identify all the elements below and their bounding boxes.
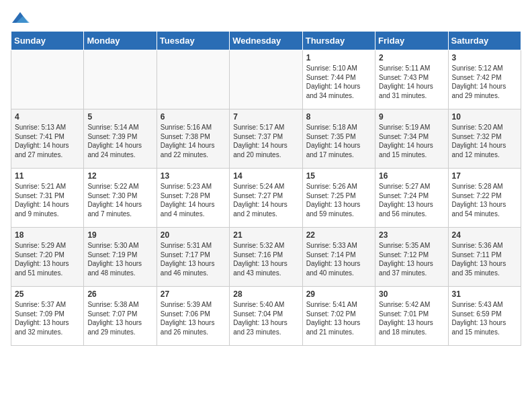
- day-number: 18: [15, 230, 80, 240]
- day-info-line: Sunset: 7:06 PM: [161, 310, 226, 319]
- day-header-wednesday: Wednesday: [230, 32, 302, 50]
- day-info-line: Sunset: 7:22 PM: [452, 191, 517, 201]
- day-info-line: Daylight: 13 hours: [87, 318, 152, 328]
- calendar-cell: 18Sunrise: 5:29 AMSunset: 7:20 PMDayligh…: [11, 228, 84, 287]
- day-info-line: Sunrise: 5:11 AM: [379, 64, 444, 73]
- calendar-cell: 19Sunrise: 5:30 AMSunset: 7:19 PMDayligh…: [84, 228, 157, 287]
- day-info-line: and 17 minutes.: [306, 150, 371, 160]
- calendar-cell: 5Sunrise: 5:14 AMSunset: 7:39 PMDaylight…: [84, 109, 157, 169]
- day-info-line: Daylight: 13 hours: [452, 259, 517, 269]
- day-info-line: Daylight: 13 hours: [87, 259, 152, 269]
- calendar-cell: 8Sunrise: 5:18 AMSunset: 7:35 PMDaylight…: [302, 109, 375, 169]
- day-info-line: and 56 minutes.: [379, 210, 444, 219]
- day-info-line: Daylight: 13 hours: [233, 318, 298, 328]
- day-number: 21: [233, 230, 298, 240]
- day-number: 5: [87, 112, 152, 122]
- page-header: [11, 11, 521, 26]
- day-number: 9: [379, 112, 444, 122]
- calendar-cell: 10Sunrise: 5:20 AMSunset: 7:32 PMDayligh…: [448, 109, 521, 169]
- day-info-line: Sunset: 7:17 PM: [161, 250, 226, 260]
- calendar-cell: 23Sunrise: 5:35 AMSunset: 7:12 PMDayligh…: [375, 228, 448, 287]
- calendar-cell: 20Sunrise: 5:31 AMSunset: 7:17 PMDayligh…: [157, 228, 229, 287]
- calendar-cell: 16Sunrise: 5:27 AMSunset: 7:24 PMDayligh…: [375, 169, 448, 228]
- day-info-line: Sunset: 7:43 PM: [379, 73, 444, 83]
- day-info-line: Sunrise: 5:21 AM: [15, 182, 80, 191]
- calendar-cell: [11, 50, 84, 109]
- day-header-tuesday: Tuesday: [157, 32, 229, 50]
- day-info-line: Sunrise: 5:43 AM: [452, 300, 517, 310]
- day-info-line: Daylight: 13 hours: [306, 259, 371, 269]
- calendar-week-row: 11Sunrise: 5:21 AMSunset: 7:31 PMDayligh…: [11, 169, 521, 228]
- day-info-line: and 12 minutes.: [452, 150, 517, 160]
- calendar-cell: 21Sunrise: 5:32 AMSunset: 7:16 PMDayligh…: [230, 228, 302, 287]
- day-info-line: Sunset: 7:20 PM: [15, 250, 80, 260]
- day-info-line: Sunrise: 5:28 AM: [452, 182, 517, 191]
- calendar-cell: 13Sunrise: 5:23 AMSunset: 7:28 PMDayligh…: [157, 169, 229, 228]
- day-number: 12: [87, 171, 152, 181]
- day-number: 2: [379, 53, 444, 62]
- day-info-line: Sunset: 7:01 PM: [379, 310, 444, 319]
- day-info-line: and 35 minutes.: [452, 269, 517, 278]
- day-info-line: Sunset: 7:41 PM: [15, 132, 80, 142]
- logo: [11, 11, 32, 26]
- day-info-line: Sunrise: 5:30 AM: [87, 241, 152, 250]
- day-info-line: and 23 minutes.: [233, 328, 298, 337]
- day-info-line: Sunrise: 5:36 AM: [452, 241, 517, 250]
- calendar-cell: 14Sunrise: 5:24 AMSunset: 7:27 PMDayligh…: [230, 169, 302, 228]
- day-info-line: Sunrise: 5:22 AM: [87, 182, 152, 191]
- day-info-line: Daylight: 14 hours: [379, 82, 444, 91]
- calendar-cell: 3Sunrise: 5:12 AMSunset: 7:42 PMDaylight…: [448, 50, 521, 109]
- day-header-friday: Friday: [375, 32, 448, 50]
- day-info-line: Daylight: 14 hours: [233, 200, 298, 210]
- day-number: 4: [15, 112, 80, 122]
- day-number: 15: [306, 171, 371, 181]
- calendar-week-row: 4Sunrise: 5:13 AMSunset: 7:41 PMDaylight…: [11, 109, 521, 169]
- day-info-line: Daylight: 14 hours: [233, 141, 298, 150]
- day-info-line: Sunrise: 5:40 AM: [233, 300, 298, 310]
- day-info-line: Sunrise: 5:32 AM: [233, 241, 298, 250]
- day-info-line: and 20 minutes.: [233, 150, 298, 160]
- day-number: 13: [161, 171, 226, 181]
- day-info-line: Sunset: 7:39 PM: [87, 132, 152, 142]
- day-number: 20: [161, 230, 226, 240]
- day-info-line: Daylight: 13 hours: [15, 259, 80, 269]
- day-info-line: and 9 minutes.: [15, 210, 80, 219]
- calendar-cell: 2Sunrise: 5:11 AMSunset: 7:43 PMDaylight…: [375, 50, 448, 109]
- calendar-cell: 11Sunrise: 5:21 AMSunset: 7:31 PMDayligh…: [11, 169, 84, 228]
- day-info-line: and 21 minutes.: [306, 328, 371, 337]
- day-number: 27: [161, 289, 226, 299]
- calendar-cell: 30Sunrise: 5:42 AMSunset: 7:01 PMDayligh…: [375, 287, 448, 346]
- day-info-line: Sunset: 7:24 PM: [379, 191, 444, 201]
- day-info-line: Daylight: 14 hours: [87, 141, 152, 150]
- day-info-line: Sunset: 7:02 PM: [306, 310, 371, 319]
- day-info-line: Daylight: 14 hours: [452, 141, 517, 150]
- day-info-line: Sunset: 7:38 PM: [161, 132, 226, 142]
- day-info-line: Sunrise: 5:12 AM: [452, 64, 517, 73]
- day-info-line: Daylight: 14 hours: [379, 141, 444, 150]
- day-info-line: Sunrise: 5:26 AM: [306, 182, 371, 191]
- day-header-sunday: Sunday: [11, 32, 84, 50]
- day-number: 7: [233, 112, 298, 122]
- day-number: 29: [306, 289, 371, 299]
- day-number: 17: [452, 171, 517, 181]
- calendar-cell: 22Sunrise: 5:33 AMSunset: 7:14 PMDayligh…: [302, 228, 375, 287]
- day-info-line: Sunset: 7:44 PM: [306, 73, 371, 83]
- day-info-line: Daylight: 13 hours: [161, 259, 226, 269]
- calendar-cell: 1Sunrise: 5:10 AMSunset: 7:44 PMDaylight…: [302, 50, 375, 109]
- day-info-line: Sunrise: 5:39 AM: [161, 300, 226, 310]
- calendar-table: SundayMondayTuesdayWednesdayThursdayFrid…: [11, 31, 521, 346]
- day-info-line: and 40 minutes.: [306, 269, 371, 278]
- day-info-line: Sunrise: 5:35 AM: [379, 241, 444, 250]
- day-info-line: Sunset: 7:25 PM: [306, 191, 371, 201]
- day-number: 24: [452, 230, 517, 240]
- day-info-line: Sunrise: 5:19 AM: [379, 123, 444, 132]
- day-info-line: and 32 minutes.: [15, 328, 80, 337]
- calendar-header-row: SundayMondayTuesdayWednesdayThursdayFrid…: [11, 32, 521, 50]
- calendar-cell: 9Sunrise: 5:19 AMSunset: 7:34 PMDaylight…: [375, 109, 448, 169]
- day-info-line: Daylight: 13 hours: [379, 259, 444, 269]
- day-info-line: Daylight: 14 hours: [161, 141, 226, 150]
- calendar-week-row: 18Sunrise: 5:29 AMSunset: 7:20 PMDayligh…: [11, 228, 521, 287]
- calendar-cell: 12Sunrise: 5:22 AMSunset: 7:30 PMDayligh…: [84, 169, 157, 228]
- day-number: 26: [87, 289, 152, 299]
- day-info-line: Sunrise: 5:37 AM: [15, 300, 80, 310]
